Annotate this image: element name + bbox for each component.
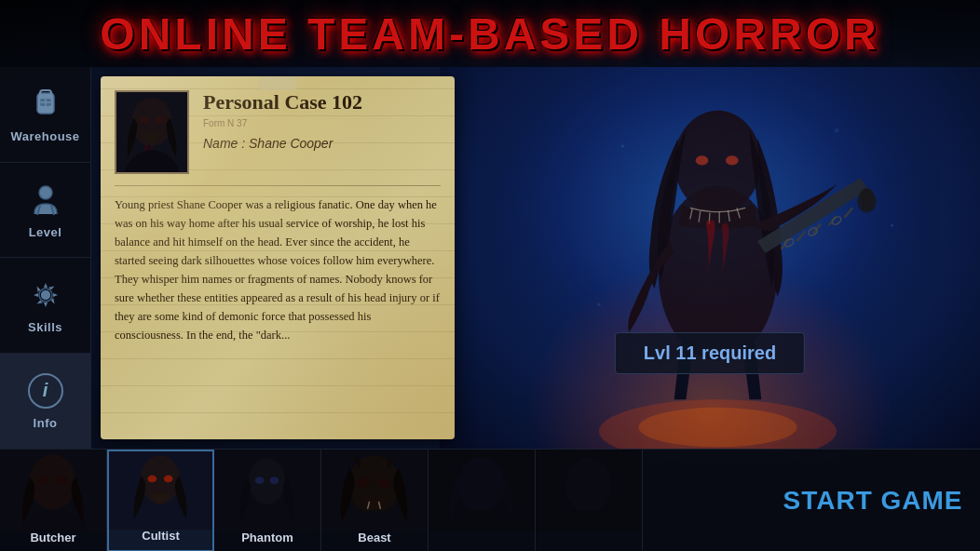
svg-rect-27 [863,203,871,209]
svg-point-32 [891,223,893,226]
svg-point-15 [696,155,709,165]
svg-point-29 [638,408,796,448]
char-portrait-beast [321,450,428,531]
svg-point-45 [164,475,173,482]
svg-point-44 [148,475,157,482]
sidebar-item-skills[interactable]: Skills [0,258,90,354]
svg-point-55 [458,457,505,512]
svg-point-52 [358,478,371,488]
tape-strip [259,76,296,90]
info-icon: i [26,371,65,410]
level-required-badge: Lvl 11 required [615,332,805,374]
card-title-block: Personal Case 102 Form N 37 Name : Shane… [203,90,441,151]
main-title: ONLINE TEAM-BASED HORROR [100,8,879,60]
start-game-button[interactable]: START GAME [766,450,980,552]
backpack-icon [26,85,65,124]
card-header: Personal Case 102 Form N 37 Name : Shane… [115,90,441,174]
char-portrait-cultist [109,451,212,530]
case-card: Personal Case 102 Form N 37 Name : Shane… [101,76,455,439]
title-bar: ONLINE TEAM-BASED HORROR [0,0,980,67]
char-slot-5[interactable] [429,450,536,552]
character-slots: Butcher Cultist [0,450,766,552]
char-name-beast: Beast [358,531,390,544]
character-select-bar: Butcher Cultist [0,449,980,551]
svg-point-41 [56,476,67,485]
card-body: Young priest Shane Cooper was a religiou… [115,195,441,344]
char-name-cultist: Cultist [142,529,179,543]
svg-point-53 [377,478,390,488]
svg-point-33 [597,302,600,305]
svg-point-5 [39,186,52,199]
monster-area: Lvl 11 required [440,67,980,449]
char-portrait-phantom [214,450,320,531]
card-divider [115,185,441,186]
sidebar-label-skills: Skills [28,320,62,334]
card-name: Name : Shane Cooper [203,136,441,151]
char-name-phantom: Phantom [241,531,293,544]
char-portrait-butcher [0,450,106,531]
sidebar: Warehouse Level [0,67,91,449]
char-slot-butcher[interactable]: Butcher [0,450,107,552]
svg-point-16 [726,155,739,165]
svg-point-48 [255,477,265,484]
char-slot-phantom[interactable]: Phantom [214,450,321,552]
svg-point-37 [155,116,164,124]
svg-point-40 [38,476,49,485]
sidebar-item-info[interactable]: i Info [0,354,90,450]
card-title: Personal Case 102 [203,90,441,114]
person-icon [26,181,65,220]
monster-image [440,67,980,449]
char-slot-beast[interactable]: Beast [321,450,429,552]
svg-point-39 [30,454,76,509]
char-portrait-6 [536,450,642,531]
level-required-text: Lvl 11 required [644,343,776,363]
sidebar-item-level[interactable]: Level [0,163,90,259]
sidebar-label-warehouse: Warehouse [10,129,79,143]
svg-point-14 [674,111,762,214]
sidebar-item-warehouse[interactable]: Warehouse [0,67,90,163]
gear-icon [26,276,65,315]
svg-point-47 [249,458,286,504]
svg-point-31 [835,128,839,132]
char-portrait-5 [429,450,535,531]
svg-point-30 [621,144,624,147]
svg-point-36 [140,116,149,124]
card-form-number: Form N 37 [203,118,441,128]
char-name-butcher: Butcher [30,531,75,544]
char-slot-cultist[interactable]: Cultist [107,450,214,552]
svg-point-57 [565,457,612,512]
sidebar-label-level: Level [29,225,62,239]
character-photo [115,90,189,174]
svg-point-49 [269,477,279,484]
svg-point-26 [860,188,874,204]
char-slot-6[interactable] [536,450,643,552]
character-portrait-image [116,92,187,172]
sidebar-label-info: Info [34,416,58,430]
start-game-label: START GAME [783,486,962,516]
main-content: Lvl 11 required [91,67,980,449]
